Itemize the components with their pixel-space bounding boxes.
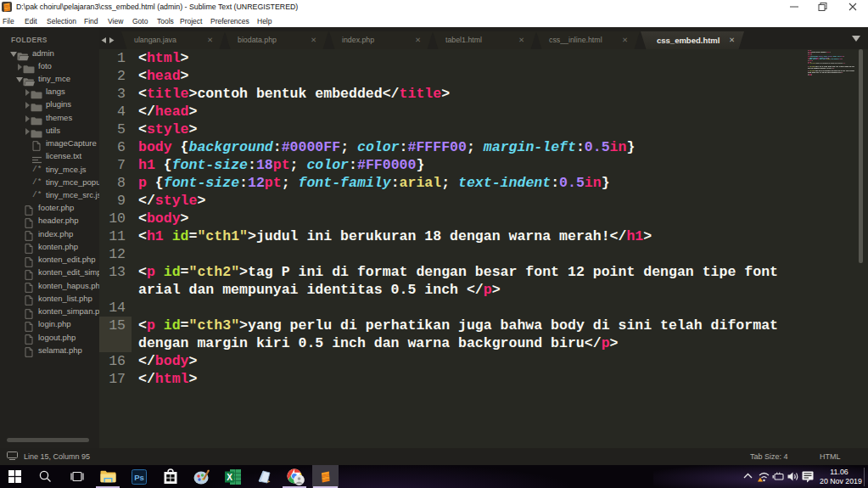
svg-text:Ps: Ps: [134, 473, 144, 482]
svg-text:X: X: [227, 473, 232, 482]
